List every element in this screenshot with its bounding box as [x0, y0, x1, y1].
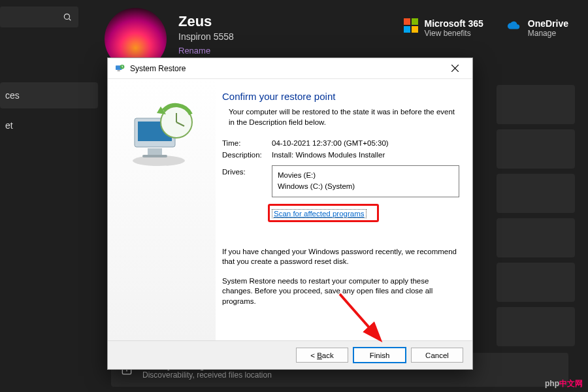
time-value: 04-10-2021 12:37:00 (GMT+05:30) [272, 139, 389, 147]
scan-affected-programs-link[interactable]: Scan for affected programs [272, 209, 367, 218]
dialog-titlebar[interactable]: System Restore [108, 58, 472, 79]
drives-row: Drives: Movies (E:) Windows (C:) (System… [222, 165, 459, 197]
drives-list: Movies (E:) Windows (C:) (System) [272, 165, 459, 197]
user-name: Zeus [178, 13, 234, 30]
cloud-icon [507, 18, 521, 33]
restart-note: System Restore needs to restart your com… [222, 276, 459, 307]
settings-card[interactable] [497, 85, 575, 124]
service-sub: View benefits [425, 29, 483, 38]
description-value: Install: Windows Modules Installer [272, 151, 385, 159]
back-button[interactable]: < Back [296, 348, 348, 363]
device-model: Inspiron 5558 [178, 31, 234, 42]
dialog-heading: Confirm your restore point [222, 91, 459, 102]
settings-card[interactable] [497, 263, 575, 302]
drives-label: Drives: [222, 165, 272, 197]
dialog-content: Confirm your restore point Your computer… [216, 79, 472, 340]
svg-rect-4 [118, 70, 120, 71]
svg-line-1 [69, 19, 71, 21]
settings-card[interactable] [497, 218, 575, 257]
dialog-title: System Restore [130, 64, 186, 73]
time-row: Time: 04-10-2021 12:37:00 (GMT+05:30) [222, 139, 459, 147]
dialog-footer: < Back Finish Cancel [108, 340, 472, 369]
service-title: OneDrive [528, 18, 568, 29]
svg-rect-12 [142, 155, 167, 157]
time-label: Time: [222, 139, 272, 147]
description-label: Description: [222, 151, 272, 159]
settings-card[interactable] [497, 307, 575, 346]
drive-item: Movies (E:) [278, 170, 453, 181]
user-block: Zeus Inspiron 5558 Rename [178, 13, 234, 56]
service-title: Microsoft 365 [425, 18, 483, 29]
drive-item: Windows (C:) (System) [278, 181, 453, 192]
dialog-intro-text: Your computer will be restored to the st… [222, 107, 459, 127]
search-input[interactable] [0, 7, 78, 27]
system-restore-dialog: System Restore Confirm your restore poin… [107, 57, 473, 370]
microsoft-logo-icon [404, 18, 418, 33]
sidebar-item[interactable]: et [0, 112, 98, 139]
sidebar-item[interactable]: ces [0, 82, 98, 108]
watermark: php中文网 [545, 378, 583, 389]
sidebar: ces et [0, 65, 98, 139]
system-restore-icon [114, 63, 125, 74]
description-row: Description: Install: Windows Modules In… [222, 151, 459, 159]
nearby-sub: Discoverability, received files location [142, 370, 272, 380]
service-sub: Manage [528, 29, 568, 38]
search-icon [63, 12, 72, 22]
svg-point-0 [64, 14, 69, 19]
dialog-sidebar [108, 79, 216, 340]
service-microsoft365[interactable]: Microsoft 365 View benefits [404, 18, 483, 38]
settings-card[interactable] [497, 129, 575, 169]
rename-link[interactable]: Rename [178, 46, 210, 56]
close-icon [451, 65, 459, 72]
settings-card[interactable] [497, 174, 575, 213]
cancel-button[interactable]: Cancel [411, 348, 463, 363]
password-note: If you have changed your Windows passwor… [222, 247, 459, 267]
svg-rect-11 [148, 148, 162, 155]
header-services: Microsoft 365 View benefits OneDrive Man… [404, 18, 569, 38]
service-onedrive[interactable]: OneDrive Manage [507, 18, 568, 38]
restore-illustration-icon [123, 99, 201, 171]
close-button[interactable] [444, 61, 466, 76]
finish-button[interactable]: Finish [353, 348, 406, 363]
